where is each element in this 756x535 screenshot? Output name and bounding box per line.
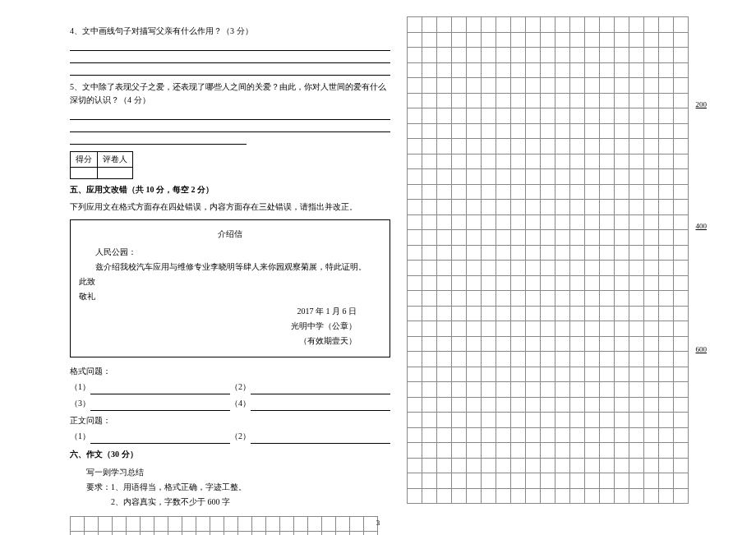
fill-blank[interactable]	[251, 402, 390, 411]
marker-cell[interactable]	[98, 168, 133, 179]
essay-grid-large[interactable]	[407, 16, 689, 504]
question-4: 4、文中画线句子对描写父亲有什么作用？（3 分）	[70, 25, 390, 38]
question-5: 5、文中除了表现父子之爱，还表现了哪些人之间的关爱？由此，你对人世间的爱有什么深…	[70, 81, 390, 107]
letter-date: 2017 年 1 月 6 日	[79, 304, 381, 319]
answer-line[interactable]	[70, 110, 390, 120]
letter-valid: （有效期壹天）	[79, 334, 381, 348]
fill-num-4: （4）	[230, 396, 251, 411]
essay-grid-small[interactable]	[70, 516, 378, 535]
marker-600: 600	[696, 345, 708, 353]
score-cell[interactable]	[71, 168, 98, 179]
answer-line[interactable]	[70, 53, 390, 63]
fill-num-2b: （2）	[230, 429, 251, 444]
fill-blank[interactable]	[90, 385, 230, 394]
answer-line[interactable]	[70, 135, 247, 145]
fill-blank[interactable]	[251, 385, 390, 394]
fill-blank[interactable]	[90, 402, 230, 411]
marker-header: 评卷人	[98, 152, 133, 168]
marker-200: 200	[696, 100, 708, 108]
section-5-header: 五、应用文改错（共 10 分，每空 2 分）	[70, 184, 390, 196]
letter-sender: 光明中学（公章）	[79, 319, 381, 334]
score-table: 得分 评卷人	[70, 151, 133, 179]
letter-closing1: 此致	[79, 274, 381, 289]
section-5-instruction: 下列应用文在格式方面存在四处错误，内容方面存在三处错误，请指出并改正。	[70, 201, 390, 213]
letter-title: 介绍信	[79, 227, 381, 242]
score-header: 得分	[71, 152, 98, 168]
marker-400: 400	[696, 222, 708, 230]
essay-req-1: 1、用语得当，格式正确，字迹工整。	[111, 482, 247, 491]
letter-closing2: 敬礼	[79, 289, 381, 304]
answer-line[interactable]	[70, 41, 390, 51]
letter-addressee: 人民公园：	[79, 245, 381, 260]
fill-num-3: （3）	[70, 396, 90, 411]
essay-req-label: 要求：	[86, 482, 111, 491]
answer-line[interactable]	[70, 122, 390, 132]
fill-blank[interactable]	[251, 435, 390, 444]
letter-box: 介绍信 人民公园： 兹介绍我校汽车应用与维修专业李晓明等肆人来你园观察菊展，特此…	[70, 219, 390, 357]
essay-prompt: 写一则学习总结	[70, 465, 390, 480]
essay-req-2: 2、内容真实，字数不少于 600 字	[70, 495, 390, 510]
fill-blank[interactable]	[90, 435, 230, 444]
section-6-header: 六、作文（30 分）	[70, 449, 390, 460]
content-issues-label: 正文问题：	[70, 415, 390, 427]
fill-num-1b: （1）	[70, 429, 90, 444]
page-number: 3	[376, 519, 380, 527]
fill-num-1: （1）	[70, 380, 90, 394]
answer-line[interactable]	[70, 66, 390, 76]
format-issues-label: 格式问题：	[70, 366, 390, 377]
fill-num-2: （2）	[230, 380, 251, 394]
letter-body: 兹介绍我校汽车应用与维修专业李晓明等肆人来你园观察菊展，特此证明。	[79, 260, 381, 274]
